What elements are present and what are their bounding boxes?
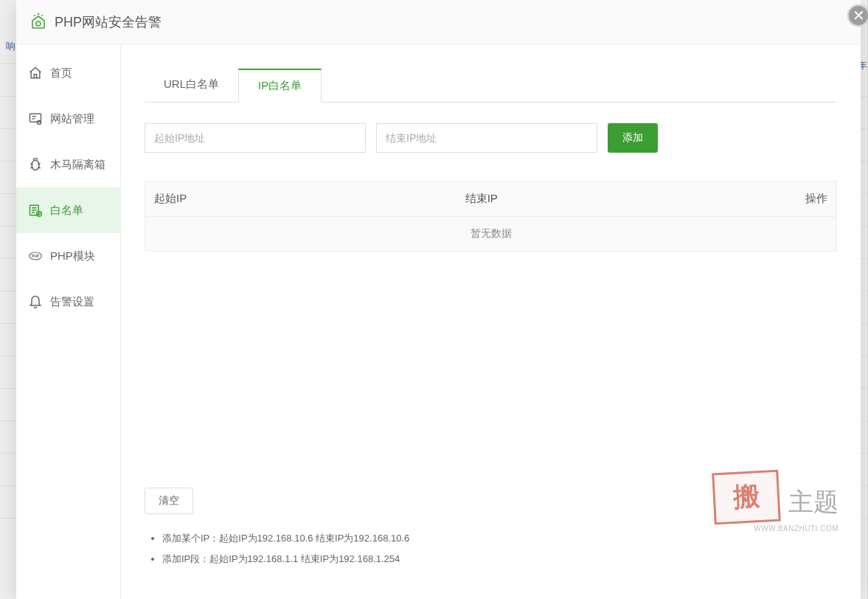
watermark: 搬 主题 WWW.BANZHUTI.COM xyxy=(713,471,839,533)
svg-text:PHP: PHP xyxy=(32,254,40,258)
start-ip-input[interactable] xyxy=(145,123,366,153)
sidebar-item-label: PHP模块 xyxy=(50,249,95,263)
sidebar-item-whitelist[interactable]: 白名单 xyxy=(16,187,120,233)
tab-ip-whitelist[interactable]: IP白名单 xyxy=(238,69,322,103)
sidebar-item-home[interactable]: 首页 xyxy=(16,50,120,96)
php-icon: PHP xyxy=(28,249,43,263)
tab-label: IP白名单 xyxy=(258,79,302,91)
svg-point-3 xyxy=(38,121,41,125)
table-header: 起始IP 结束IP 操作 xyxy=(145,181,836,216)
tab-url-whitelist[interactable]: URL白名单 xyxy=(145,69,238,103)
sidebar-item-label: 首页 xyxy=(50,66,72,80)
ip-form-row: 添加 xyxy=(145,123,837,153)
modal-header: PHP网站安全告警 xyxy=(16,0,861,44)
help-item: 添加IP段：起始IP为192.168.1.1 结束IP为192.168.1.25… xyxy=(162,553,837,566)
sidebar-item-label: 网站管理 xyxy=(50,112,94,126)
col-end-ip: 结束IP xyxy=(456,181,777,216)
close-icon: ✕ xyxy=(853,7,865,24)
list-check-icon xyxy=(28,203,43,218)
bell-icon xyxy=(28,294,43,309)
content-pane: URL白名单 IP白名单 添加 起始IP 结束IP 操作 暂无数据 清空 xyxy=(121,44,861,599)
modal-dialog: PHP网站安全告警 首页 xyxy=(16,0,861,599)
sidebar-item-label: 告警设置 xyxy=(50,295,94,309)
shield-icon xyxy=(29,13,47,31)
sidebar-item-label: 木马隔离箱 xyxy=(50,158,105,172)
sidebar-item-alert-settings[interactable]: 告警设置 xyxy=(16,279,120,325)
monitor-icon xyxy=(28,111,43,126)
tab-label: URL白名单 xyxy=(164,77,219,90)
end-ip-input[interactable] xyxy=(376,123,597,153)
modal-title: PHP网站安全告警 xyxy=(55,13,162,31)
modal-body: 首页 网站管理 xyxy=(16,44,861,599)
sidebar-item-php-module[interactable]: PHP PHP模块 xyxy=(16,233,120,279)
sidebar-item-site-manage[interactable]: 网站管理 xyxy=(16,96,120,142)
sidebar-item-label: 白名单 xyxy=(50,204,83,218)
watermark-stamp: 搬 xyxy=(712,470,781,525)
help-item: 添加某个IP：起始IP为192.168.10.6 结束IP为192.168.10… xyxy=(162,532,837,545)
table-empty-text: 暂无数据 xyxy=(145,216,836,251)
help-list: 添加某个IP：起始IP为192.168.10.6 结束IP为192.168.10… xyxy=(145,532,837,566)
bug-icon xyxy=(28,157,43,172)
svg-point-4 xyxy=(32,160,39,170)
clear-button[interactable]: 清空 xyxy=(145,488,193,514)
close-button[interactable]: ✕ xyxy=(847,4,868,27)
sidebar: 首页 网站管理 xyxy=(16,44,121,599)
col-action: 操作 xyxy=(777,181,836,216)
ip-table: 起始IP 结束IP 操作 暂无数据 xyxy=(145,181,837,252)
home-icon xyxy=(28,66,43,80)
watermark-text: 主题 xyxy=(788,485,839,519)
svg-point-1 xyxy=(36,21,41,26)
svg-point-0 xyxy=(38,13,39,14)
tabs: URL白名单 IP白名单 xyxy=(145,68,837,103)
add-button[interactable]: 添加 xyxy=(608,123,658,153)
col-start-ip: 起始IP xyxy=(145,181,456,216)
sidebar-item-trojan-quarantine[interactable]: 木马隔离箱 xyxy=(16,142,120,187)
